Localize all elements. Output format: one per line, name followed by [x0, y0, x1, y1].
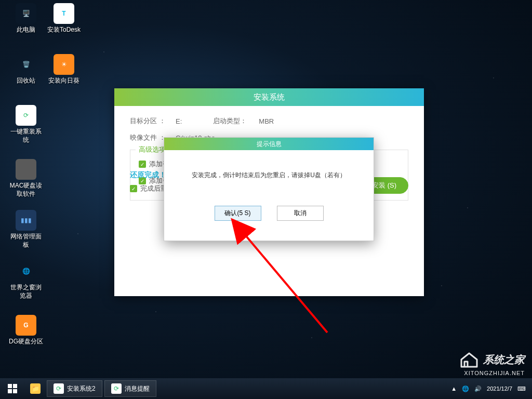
tray-icon-volume[interactable]: 🔊 — [473, 384, 483, 393]
desktop-icon-reinstall[interactable]: ⟳一键重装系统 — [8, 105, 44, 144]
desktop-icon-recycle-bin[interactable]: 🗑️回收站 — [8, 54, 44, 85]
confirm-button[interactable]: 确认(5 S) — [215, 206, 261, 221]
svg-rect-2 — [13, 384, 17, 388]
windows-icon — [8, 384, 17, 393]
taskbar-item-message[interactable]: ⟳消息提醒 — [104, 380, 156, 397]
dialog-title: 提示信息 — [164, 138, 374, 150]
cancel-button[interactable]: 取消 — [277, 206, 324, 221]
svg-rect-4 — [13, 389, 17, 393]
tray-icon-keyboard[interactable]: ⌨ — [516, 384, 527, 393]
tray-icon-network[interactable]: 🌐 — [461, 384, 470, 393]
message-icon: ⟳ — [111, 383, 122, 394]
file-explorer-button[interactable]: 📁 — [26, 380, 45, 397]
installer-icon: ⟳ — [54, 383, 64, 394]
desktop-icon-browser[interactable]: 🌐世界之窗浏览器 — [8, 261, 44, 300]
taskbar-item-installer[interactable]: ⟳安装系统2 — [47, 380, 102, 397]
dialog-message: 安装完成，倒计时结束后为您重启，请拔掉U盘（若有） — [175, 171, 363, 180]
partition-value: E: — [176, 117, 182, 125]
check-icon: ✓ — [139, 161, 146, 168]
system-tray: ▲ 🌐 🔊 2021/12/7 ⌨ — [450, 384, 532, 393]
folder-icon: 📁 — [30, 383, 41, 394]
taskbar: 📁 ⟳安装系统2 ⟳消息提醒 ▲ 🌐 🔊 2021/12/7 ⌨ — [0, 378, 532, 399]
svg-rect-1 — [8, 384, 12, 388]
check-icon: ✓ — [130, 185, 137, 192]
tray-icon-up[interactable]: ▲ — [450, 384, 458, 393]
installer-title: 安装系统 — [114, 88, 424, 106]
watermark: 系统之家 XITONGZHIJIA.NET — [459, 351, 525, 376]
desktop-icon-todesk[interactable]: T安装ToDesk — [46, 3, 82, 34]
start-button[interactable] — [0, 378, 25, 399]
svg-rect-3 — [8, 389, 12, 393]
desktop-icon-network-panel[interactable]: ▮▮▮网络管理面板 — [8, 210, 44, 249]
confirm-dialog: 提示信息 安装完成，倒计时结束后为您重启，请拔掉U盘（若有） 确认(5 S) 取… — [164, 137, 374, 241]
desktop-icon-dg-disk[interactable]: GDG硬盘分区 — [8, 315, 44, 346]
desktop-icon-this-pc[interactable]: 🖥️此电脑 — [8, 3, 44, 34]
tray-date[interactable]: 2021/12/7 — [486, 384, 513, 393]
desktop-icon-mac-disk[interactable]: MAC硬盘读取软件 — [8, 159, 44, 198]
partition-label: 目标分区 ： — [130, 116, 171, 126]
boot-value: MBR — [259, 117, 274, 125]
desktop-icon-sunflower[interactable]: ☀安装向日葵 — [46, 54, 82, 85]
boot-label: 启动类型： — [213, 116, 255, 126]
